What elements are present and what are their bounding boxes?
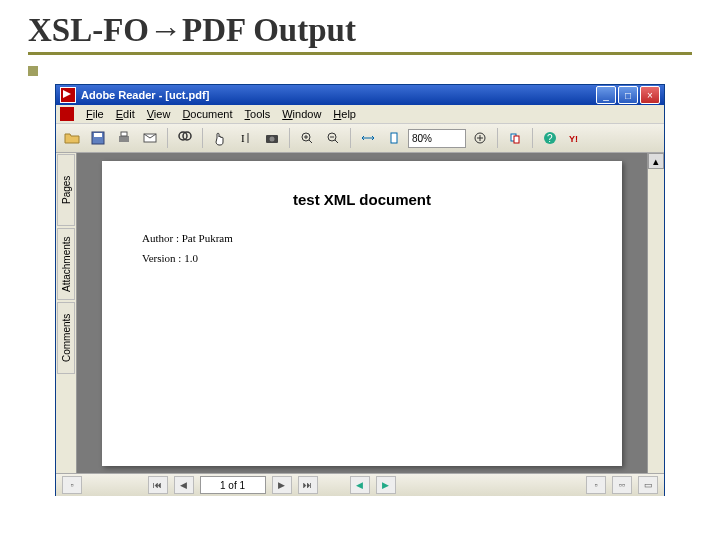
fit-width-button[interactable]	[356, 126, 380, 150]
zoom-in-button[interactable]	[295, 126, 319, 150]
menu-edit[interactable]: Edit	[110, 107, 141, 121]
titlebar: Adobe Reader - [uct.pdf] _ □ ×	[56, 85, 664, 105]
prev-page-button[interactable]: ◀	[174, 476, 194, 494]
svg-text:I: I	[241, 132, 245, 144]
view-mode-3[interactable]: ▭	[638, 476, 658, 494]
svg-text:Y!: Y!	[569, 134, 578, 144]
svg-rect-1	[94, 133, 102, 137]
menu-window[interactable]: Window	[276, 107, 327, 121]
menubar: File Edit View Document Tools Window Hel…	[56, 105, 664, 123]
menu-view[interactable]: View	[141, 107, 177, 121]
accent-square	[28, 66, 38, 76]
svg-rect-12	[391, 133, 397, 143]
scroll-up-arrow[interactable]: ▴	[648, 153, 664, 169]
page-number-field[interactable]	[200, 476, 266, 494]
maximize-button[interactable]: □	[618, 86, 638, 104]
menu-tools[interactable]: Tools	[239, 107, 277, 121]
comments-tab[interactable]: Comments	[57, 302, 75, 374]
minimize-button[interactable]: _	[596, 86, 616, 104]
next-page-button[interactable]: ▶	[272, 476, 292, 494]
svg-rect-3	[121, 132, 127, 136]
snapshot-button[interactable]	[260, 126, 284, 150]
vertical-scrollbar[interactable]: ▴	[647, 153, 664, 473]
last-page-button[interactable]: ⏭	[298, 476, 318, 494]
menu-file[interactable]: File	[80, 107, 110, 121]
svg-rect-15	[514, 136, 519, 143]
doc-title: test XML document	[142, 191, 582, 208]
page-viewport[interactable]: test XML document Author : Pat Pukram Ve…	[77, 153, 647, 473]
hand-tool-button[interactable]	[208, 126, 232, 150]
window-title: Adobe Reader - [uct.pdf]	[81, 89, 209, 101]
slide-title: XSL-FO→PDF Output	[28, 12, 692, 55]
app-icon	[60, 87, 76, 103]
svg-text:?: ?	[547, 133, 553, 144]
doc-version: Version : 1.0	[142, 252, 582, 264]
doc-author: Author : Pat Pukram	[142, 232, 582, 244]
yahoo-button[interactable]: Y!	[564, 126, 588, 150]
email-button[interactable]	[138, 126, 162, 150]
single-page-button[interactable]: ▫	[62, 476, 82, 494]
attachments-tab[interactable]: Attachments	[57, 228, 75, 300]
document-area: Pages Attachments Comments test XML docu…	[56, 153, 664, 473]
pages-tab[interactable]: Pages	[57, 154, 75, 226]
fit-page-button[interactable]	[382, 126, 406, 150]
rotate-button[interactable]	[503, 126, 527, 150]
zoom-out-button[interactable]	[321, 126, 345, 150]
svg-point-9	[270, 137, 275, 142]
menu-help[interactable]: Help	[327, 107, 362, 121]
zoom-plus-button[interactable]	[468, 126, 492, 150]
help-button[interactable]: ?	[538, 126, 562, 150]
adobe-reader-window: Adobe Reader - [uct.pdf] _ □ × File Edit…	[55, 84, 665, 496]
zoom-field[interactable]: 80%	[408, 129, 466, 148]
close-button[interactable]: ×	[640, 86, 660, 104]
toolbar: I 80% ? Y!	[56, 123, 664, 153]
view-mode-2[interactable]: ▫▫	[612, 476, 632, 494]
statusbar: ▫ ⏮ ◀ ▶ ⏭ ◀ ▶ ▫ ▫▫ ▭	[56, 473, 664, 496]
first-page-button[interactable]: ⏮	[148, 476, 168, 494]
menu-document[interactable]: Document	[176, 107, 238, 121]
back-button[interactable]: ◀	[350, 476, 370, 494]
pdf-icon	[60, 107, 74, 121]
search-button[interactable]	[173, 126, 197, 150]
print-button[interactable]	[112, 126, 136, 150]
forward-button[interactable]: ▶	[376, 476, 396, 494]
pdf-page: test XML document Author : Pat Pukram Ve…	[102, 161, 622, 466]
select-tool-button[interactable]: I	[234, 126, 258, 150]
save-button[interactable]	[86, 126, 110, 150]
open-button[interactable]	[60, 126, 84, 150]
view-mode-1[interactable]: ▫	[586, 476, 606, 494]
svg-rect-2	[119, 136, 129, 142]
